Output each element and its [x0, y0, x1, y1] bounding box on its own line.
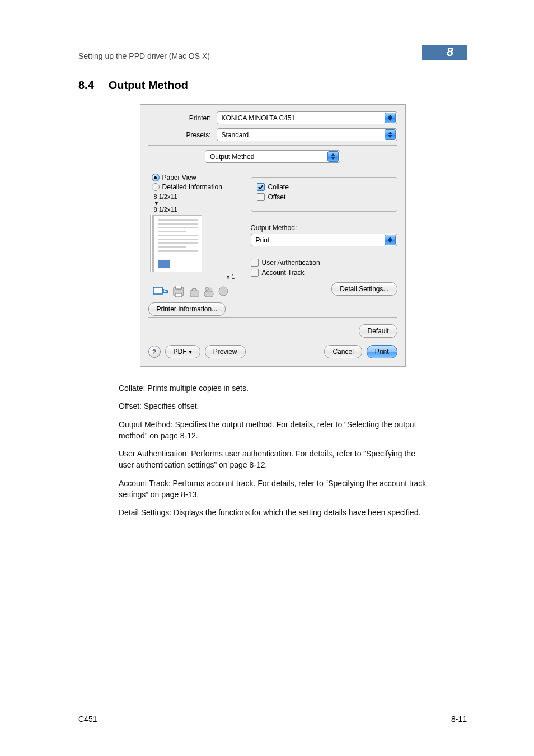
output-method-value: Print [256, 236, 270, 244]
para-collate: Collate: Prints multiple copies in sets. [119, 382, 427, 394]
footer-pageno: 8-11 [451, 715, 467, 724]
presets-label: Presets: [148, 131, 217, 139]
page-header: Setting up the PPD driver (Mac OS X) 8 [78, 45, 467, 63]
dropdown-arrows-icon [327, 151, 339, 162]
offset-label: Offset [268, 193, 286, 201]
radio-paper-view[interactable] [152, 174, 160, 181]
help-button[interactable]: ? [148, 346, 161, 358]
detail-settings-label: Detail Settings... [340, 285, 388, 293]
dropdown-arrows-icon [385, 129, 396, 140]
svg-rect-12 [190, 291, 198, 297]
users-icon [203, 286, 214, 298]
section-number: 8.4 [78, 79, 94, 91]
output-method-select[interactable]: Print [251, 234, 397, 246]
paper-size-top: 8 1/2x11 [154, 193, 241, 200]
body-text: Collate: Prints multiple copies in sets.… [119, 382, 427, 519]
presets-value: Standard [222, 131, 249, 139]
km-logo-icon [158, 260, 170, 268]
status-icons [153, 286, 241, 298]
para-account-track: Account Track: Performs account track. F… [119, 478, 427, 501]
lock-icon [189, 286, 200, 298]
cancel-button-label: Cancel [332, 348, 353, 356]
printer-value: KONICA MINOLTA C451 [222, 114, 296, 122]
page-thumbnail [154, 215, 202, 272]
detail-settings-button[interactable]: Detail Settings... [331, 282, 397, 296]
paper-sizes: 8 1/2x11 ▼ 8 1/2x11 [154, 193, 241, 213]
printer-icon [172, 286, 185, 298]
radio-detailed-info[interactable] [152, 183, 160, 191]
help-icon: ? [152, 348, 157, 356]
default-button-label: Default [367, 327, 388, 335]
para-output-method: Output Method: Specifies the output meth… [119, 419, 427, 442]
offset-checkbox[interactable] [257, 193, 265, 201]
page-footer: C451 8-11 [78, 712, 467, 724]
divider [148, 145, 397, 146]
chapter-badge: 8 [422, 45, 467, 60]
down-arrow-icon: ▼ [154, 200, 241, 206]
collate-checkbox[interactable] [257, 183, 265, 191]
svg-rect-10 [176, 286, 181, 289]
printer-information-label: Printer Information... [157, 305, 218, 313]
breadcrumb: Setting up the PPD driver (Mac OS X) [78, 52, 210, 60]
svg-rect-11 [175, 293, 182, 297]
print-button-label: Print [375, 348, 389, 356]
para-user-auth: User Authentication: Performs user authe… [119, 448, 427, 471]
svg-marker-17 [388, 237, 392, 240]
print-button[interactable]: Print [367, 345, 397, 358]
default-button[interactable]: Default [359, 324, 397, 338]
user-authentication-label: User Authentication [262, 259, 320, 267]
printer-select[interactable]: KONICA MINOLTA C451 [217, 111, 397, 124]
paper-size-bottom: 8 1/2x11 [154, 206, 241, 213]
dropdown-arrows-icon [385, 235, 396, 245]
svg-marker-5 [331, 157, 335, 160]
printer-label: Printer: [148, 114, 217, 122]
svg-marker-2 [388, 132, 392, 134]
radio-detailed-info-label: Detailed Information [162, 183, 222, 191]
presets-select[interactable]: Standard [217, 128, 397, 141]
svg-rect-15 [204, 291, 213, 297]
cancel-button[interactable]: Cancel [324, 345, 362, 358]
panel-value: Output Method [210, 153, 254, 161]
preview-column: Paper View Detailed Information 8 1/2x11… [148, 174, 241, 316]
panel-select[interactable]: Output Method [205, 150, 340, 163]
collate-label: Collate [268, 183, 289, 191]
pdf-button-label: PDF ▾ [174, 348, 192, 356]
svg-point-14 [209, 288, 212, 291]
divider [148, 317, 397, 318]
output-options-box: Collate Offset [251, 177, 397, 212]
radio-paper-view-label: Paper View [162, 174, 196, 181]
svg-marker-1 [388, 118, 392, 121]
preview-button[interactable]: Preview [205, 345, 246, 358]
output-tray-icon [153, 286, 168, 298]
svg-marker-3 [388, 135, 392, 138]
svg-point-13 [205, 287, 209, 291]
divider [148, 169, 397, 169]
user-authentication-checkbox[interactable] [251, 259, 259, 267]
account-track-label: Account Track [262, 269, 305, 277]
copy-count: x 1 [148, 273, 235, 280]
divider [148, 339, 397, 339]
secure-icon [218, 286, 229, 298]
account-track-checkbox[interactable] [251, 269, 259, 277]
svg-point-16 [219, 287, 228, 296]
svg-marker-4 [331, 153, 335, 156]
print-dialog: Printer: KONICA MINOLTA C451 Presets: St… [140, 104, 406, 367]
section-heading: 8.4Output Method [78, 79, 467, 92]
preview-button-label: Preview [213, 348, 237, 356]
para-offset: Offset: Specifies offset. [119, 400, 427, 412]
section-title: Output Method [109, 79, 188, 91]
svg-marker-0 [388, 115, 392, 118]
dropdown-arrows-icon [385, 113, 396, 123]
output-method-label: Output Method: [251, 224, 397, 232]
svg-rect-6 [153, 287, 162, 294]
svg-marker-18 [388, 240, 392, 243]
pdf-button[interactable]: PDF ▾ [165, 345, 200, 358]
footer-model: C451 [78, 715, 97, 724]
para-detail-settings: Detail Settings: Displays the functions … [119, 507, 427, 518]
printer-information-button[interactable]: Printer Information... [148, 302, 226, 316]
